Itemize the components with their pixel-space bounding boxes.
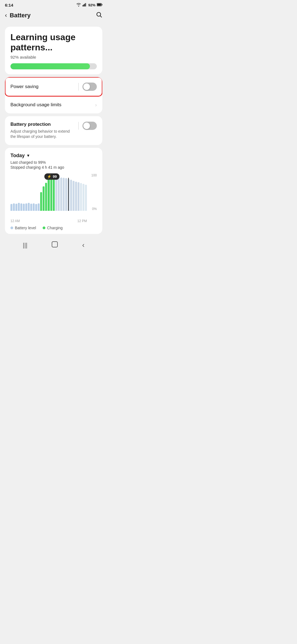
- chart-header: Today ▼: [10, 153, 97, 159]
- bar-fade-2: [82, 184, 84, 211]
- bar-4: [18, 203, 20, 211]
- bottom-nav: ||| ‹: [0, 237, 107, 255]
- chart-meta2: Stopped charging 4 h 41 m ago: [10, 165, 97, 170]
- bar-7: [25, 203, 27, 211]
- toggle-knob: [83, 83, 90, 90]
- battery-percent: 92%: [88, 3, 95, 7]
- top-nav: ‹ Battery: [0, 9, 107, 23]
- bar-charge-1: [40, 192, 42, 211]
- tooltip-value: 99: [53, 174, 57, 179]
- page-title: Battery: [10, 12, 31, 19]
- bar-5: [20, 203, 22, 211]
- legend-charging-label: Charging: [47, 226, 63, 230]
- svg-rect-10: [52, 242, 57, 247]
- bar-11: [35, 204, 37, 211]
- bar-2: [13, 203, 15, 211]
- legend-dot-green: [43, 227, 45, 229]
- battery-bar-fill: [10, 63, 90, 69]
- svg-rect-4: [86, 3, 87, 6]
- bar-1: [10, 204, 12, 211]
- legend-dot-blue: [10, 227, 13, 229]
- legend-battery-label: Battery level: [15, 226, 36, 230]
- svg-line-9: [100, 16, 102, 18]
- svg-rect-0: [82, 5, 83, 7]
- power-saving-item[interactable]: Power saving: [5, 77, 102, 96]
- bar-charge-2: [43, 186, 45, 211]
- settings-card: Power saving Background usage limits ›: [5, 77, 102, 113]
- signal-icon: [82, 3, 87, 7]
- chart-dropdown-icon[interactable]: ▼: [26, 153, 30, 158]
- background-usage-item[interactable]: Background usage limits ›: [5, 97, 102, 113]
- home-button[interactable]: [51, 241, 59, 250]
- chart-cursor: [68, 178, 69, 211]
- power-saving-label: Power saving: [10, 84, 38, 89]
- bar-3: [15, 204, 17, 211]
- chart-x-labels: 12 AM 12 PM: [10, 219, 87, 223]
- battery-protection-toggle[interactable]: [82, 122, 97, 130]
- bar-fade-1: [80, 183, 82, 211]
- legend-battery-level: Battery level: [10, 226, 36, 230]
- svg-rect-7: [97, 4, 101, 6]
- protection-text: Battery protection Adjust charging behav…: [10, 122, 78, 140]
- svg-rect-1: [83, 4, 84, 6]
- svg-point-8: [97, 12, 101, 16]
- power-saving-right: [78, 83, 97, 91]
- bar-10: [33, 203, 35, 211]
- main-content: Learning usagepatterns... 92% available …: [0, 23, 107, 234]
- battery-bar-background: [10, 63, 97, 69]
- bar-post-10: [78, 182, 79, 211]
- chart-tooltip: ⚡ 99: [44, 173, 59, 180]
- battery-hero-card: Learning usagepatterns... 92% available: [5, 27, 102, 74]
- bar-charge-3: [45, 183, 47, 211]
- chart-period: Today: [10, 153, 25, 159]
- search-button[interactable]: [96, 11, 102, 20]
- chart-area: 100 0%: [10, 173, 97, 217]
- chart-card: Today ▼ Last charged to 99% Stopped char…: [5, 148, 102, 234]
- protection-divider: [78, 122, 79, 130]
- background-usage-label: Background usage limits: [10, 102, 61, 108]
- battery-protection-card: Battery protection Adjust charging behav…: [5, 116, 102, 145]
- status-time: 6:14: [5, 3, 13, 7]
- x-label-12pm: 12 PM: [77, 219, 87, 223]
- bar-post-5: [65, 178, 67, 211]
- power-saving-toggle[interactable]: [82, 83, 97, 91]
- chart-legend: Battery level Charging: [10, 226, 97, 230]
- recent-apps-button[interactable]: |||: [23, 242, 28, 249]
- y-label-100: 100: [91, 173, 97, 177]
- bar-fade-3: [85, 185, 87, 211]
- svg-rect-2: [84, 4, 85, 7]
- bar-post-9: [75, 182, 77, 211]
- battery-icon: [97, 3, 102, 7]
- bar-9: [30, 204, 32, 211]
- legend-charging: Charging: [43, 226, 63, 230]
- x-label-12am: 12 AM: [10, 219, 20, 223]
- bar-charge-6: [53, 175, 55, 211]
- protection-title: Battery protection: [10, 122, 75, 127]
- protection-desc: Adjust charging behavior to extend the l…: [10, 129, 75, 140]
- chart-y-labels: 100 0%: [88, 173, 97, 211]
- wifi-icon: [76, 3, 81, 7]
- protection-right: [78, 122, 97, 130]
- bar-charge-4: [48, 179, 50, 211]
- bar-post-3: [60, 178, 62, 211]
- back-button[interactable]: ‹: [5, 12, 7, 19]
- chart-meta1: Last charged to 99%: [10, 160, 97, 165]
- bar-8: [28, 203, 30, 211]
- battery-heading: Learning usagepatterns...: [10, 32, 97, 53]
- chevron-right-icon: ›: [95, 102, 97, 108]
- bar-post-7: [70, 180, 72, 211]
- back-nav-button[interactable]: ‹: [82, 241, 85, 249]
- battery-available: 92% available: [10, 55, 97, 59]
- nav-left: ‹ Battery: [5, 12, 31, 19]
- bar-post-1: [55, 176, 57, 211]
- bar-6: [23, 204, 25, 211]
- bar-charge-5: [50, 177, 52, 211]
- bar-post-8: [73, 181, 75, 211]
- status-bar: 6:14 92%: [0, 0, 107, 9]
- bar-post-2: [58, 177, 60, 211]
- svg-rect-6: [102, 4, 102, 6]
- svg-rect-3: [85, 3, 86, 6]
- bar-12: [38, 203, 40, 211]
- divider: [78, 83, 79, 91]
- tooltip-bolt: ⚡: [47, 174, 51, 179]
